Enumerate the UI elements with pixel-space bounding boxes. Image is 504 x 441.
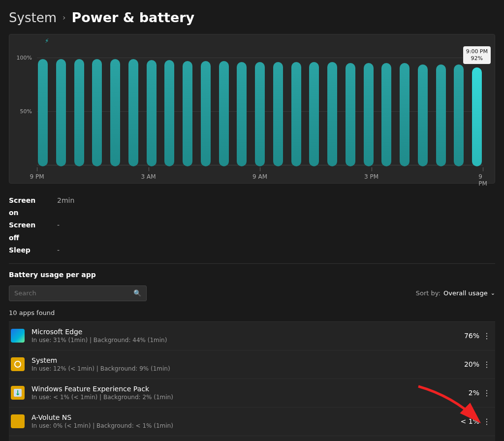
chart-bar[interactable]	[454, 64, 464, 166]
x-tick-label: 9 AM	[252, 173, 267, 180]
chart-bar[interactable]	[255, 62, 265, 166]
chart-bar[interactable]	[418, 64, 428, 166]
app-row[interactable]: //MyASUSIn use: 0% (< 1min) | Background…	[9, 436, 495, 441]
app-icon	[11, 386, 25, 400]
battery-chart: 100% 50% ⚡ 9:00 PM 92% 9 PM3 AM9 AM3 PM9…	[9, 34, 495, 184]
more-options-icon[interactable]: ⋮	[479, 331, 494, 341]
app-subtext: In use: < 1% (< 1min) | Background: 2% (…	[32, 394, 450, 402]
apps-found: 10 apps found	[9, 309, 495, 316]
y-axis-50: 50%	[20, 108, 32, 115]
app-name: A-Volute NS	[32, 413, 450, 422]
search-icon: 🔍	[133, 289, 141, 297]
chart-bar[interactable]	[346, 63, 355, 166]
x-tick	[37, 167, 37, 171]
breadcrumb-parent[interactable]: System	[9, 10, 57, 25]
chart-bar[interactable]	[164, 60, 174, 166]
chart-bar[interactable]	[147, 60, 157, 166]
chart-bar[interactable]	[201, 61, 211, 166]
chevron-down-icon: ⌄	[491, 290, 495, 296]
breadcrumb-current: Power & battery	[71, 10, 194, 25]
app-name: Microsoft Edge	[32, 328, 450, 336]
app-subtext: In use: 31% (1min) | Background: 44% (1m…	[32, 337, 450, 345]
app-percent: 76%	[450, 332, 479, 340]
x-tick-label: 9 PM	[478, 173, 487, 187]
chart-bar[interactable]	[327, 62, 337, 166]
x-tick-label: 3 AM	[141, 173, 156, 180]
chart-bar[interactable]	[92, 59, 102, 166]
divider	[9, 263, 495, 264]
chart-bar[interactable]	[381, 63, 391, 166]
x-tick-label: 3 PM	[364, 173, 378, 180]
chart-bar[interactable]	[291, 62, 301, 166]
breadcrumb: System › Power & battery	[0, 0, 504, 34]
chart-bar[interactable]	[309, 62, 319, 166]
app-row[interactable]: Microsoft EdgeIn use: 31% (1min) | Backg…	[9, 321, 495, 350]
chart-bar[interactable]	[38, 59, 48, 166]
x-tick	[260, 167, 260, 171]
chart-bar[interactable]	[219, 61, 229, 166]
more-options-icon[interactable]: ⋮	[479, 360, 494, 369]
app-icon	[11, 414, 25, 428]
more-options-icon[interactable]: ⋮	[479, 388, 494, 398]
chart-bar[interactable]	[74, 59, 84, 166]
search-field[interactable]	[14, 289, 133, 297]
app-subtext: In use: 12% (< 1min) | Background: 9% (1…	[32, 365, 450, 373]
app-icon	[11, 357, 25, 371]
app-name: Windows Feature Experience Pack	[32, 385, 450, 393]
chart-bar[interactable]	[110, 59, 120, 166]
app-name: System	[32, 356, 450, 365]
app-icon	[11, 329, 25, 343]
x-tick	[372, 167, 372, 171]
chart-bar[interactable]	[273, 62, 283, 166]
section-title: Battery usage per app	[9, 271, 495, 279]
chart-bar[interactable]	[56, 59, 66, 166]
screen-stats: Screen on2min Screen off- Sleep-	[9, 194, 495, 256]
chart-bar[interactable]	[183, 61, 192, 166]
x-tick	[149, 167, 149, 171]
app-row[interactable]: Windows Feature Experience PackIn use: <…	[9, 378, 495, 407]
chart-tooltip: 9:00 PM 92%	[463, 46, 491, 64]
app-row[interactable]: A-Volute NSIn use: 0% (< 1min) | Backgro…	[9, 407, 495, 436]
chart-bar[interactable]	[436, 64, 446, 166]
sort-dropdown[interactable]: Sort by: Overall usage ⌄	[416, 289, 495, 297]
app-subtext: In use: 0% (< 1min) | Background: < 1% (…	[32, 422, 450, 430]
app-percent: 20%	[450, 360, 479, 368]
more-options-icon[interactable]: ⋮	[479, 417, 494, 426]
chart-bar[interactable]	[128, 59, 138, 166]
chart-bar[interactable]	[400, 63, 410, 166]
chart-bar[interactable]	[237, 62, 247, 166]
app-percent: 2%	[450, 389, 479, 397]
chevron-right-icon: ›	[63, 13, 65, 22]
chart-plot-area[interactable]: ⚡ 9:00 PM 92%	[37, 38, 495, 166]
app-row[interactable]: SystemIn use: 12% (< 1min) | Background:…	[9, 350, 495, 378]
chart-bar[interactable]	[364, 63, 374, 166]
y-axis-100: 100%	[17, 55, 32, 61]
chart-bar[interactable]	[472, 67, 482, 166]
x-tick	[483, 167, 483, 171]
app-percent: < 1%	[450, 417, 479, 425]
search-input[interactable]: 🔍	[9, 285, 147, 301]
x-tick-label: 9 PM	[30, 173, 44, 180]
